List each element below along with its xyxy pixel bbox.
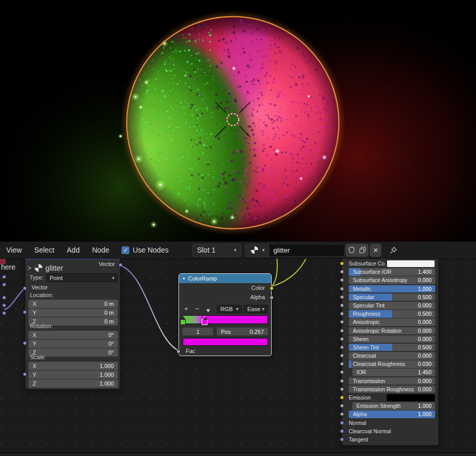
remove-stop-button[interactable]: − [195, 305, 199, 313]
colorramp-fac-input-socket[interactable] [176, 349, 181, 354]
anisotropic-input-socket[interactable] [340, 320, 344, 324]
anisotropic-rotation-slider[interactable]: Anisotropic Rotation0.000 [349, 327, 435, 335]
ramp-stop-0[interactable] [180, 319, 186, 325]
clearcoat-roughness-slider[interactable]: Clearcoat Roughness0.030 [349, 360, 435, 368]
interpolation-dropdown[interactable]: Ease ▾ [244, 305, 268, 313]
anisotropic-rotation-input-socket[interactable] [340, 329, 344, 333]
ior-input-socket[interactable] [340, 370, 344, 374]
emission-input-socket[interactable] [340, 395, 344, 400]
collapse-chevron-icon[interactable]: ▾ [183, 276, 185, 281]
clearcoat-normal-input-socket[interactable] [340, 429, 344, 433]
mapping-location-x-field[interactable]: X0 m [28, 300, 118, 308]
pin-button[interactable] [388, 244, 399, 257]
mapping-rotation-x-field[interactable]: X0° [28, 331, 118, 339]
principled-bsdf-node[interactable]: Subsurface Co...Subsurface IOR1.400Subsu… [341, 259, 439, 446]
ior-slider[interactable]: IOR1.450 [352, 369, 435, 376]
mapping-scale-input-socket[interactable] [23, 372, 27, 376]
sheen-slider[interactable]: Sheen0.000 [349, 335, 435, 343]
clearcoat-slider[interactable]: Clearcoat0.000 [349, 352, 435, 360]
color-ramp-gradient-bar[interactable] [183, 315, 268, 324]
unlink-material-button[interactable]: ✕ [370, 244, 381, 257]
slider-value: 0.000 [418, 277, 432, 283]
alpha-input-socket[interactable] [340, 412, 344, 416]
ramp-stop-1[interactable] [202, 319, 207, 325]
roughness-slider[interactable]: Roughness0.500 [349, 310, 435, 318]
clearcoat-roughness-input-socket[interactable] [340, 362, 344, 366]
subsurface-ior-input-socket[interactable] [340, 270, 344, 274]
transmission-slider[interactable]: Transmission0.000 [349, 377, 435, 385]
mapping-scale-x-field[interactable]: X1.000 [28, 362, 118, 370]
sheen-input-socket[interactable] [340, 337, 344, 341]
material-browser-button[interactable]: ▾ [245, 244, 270, 257]
alpha-slider[interactable]: Alpha1.000 [349, 410, 435, 418]
axis-label: Y [33, 310, 36, 316]
texcoord-output-socket[interactable] [2, 275, 6, 279]
viewport-3d[interactable] [0, 0, 476, 241]
metallic-slider[interactable]: Metallic1.000 [349, 285, 435, 293]
mapping-location-input-socket[interactable] [23, 310, 27, 314]
stop-index-value: 1 [196, 329, 199, 335]
tangent-input-socket[interactable] [340, 437, 344, 442]
mapping-scale-y-field[interactable]: Y1.000 [28, 371, 118, 379]
active-stop-color-swatch[interactable] [183, 338, 268, 346]
mapping-vector-output-socket[interactable] [118, 263, 123, 267]
color-mode-dropdown[interactable]: RGB ▾ [217, 305, 242, 313]
stop-position-slider[interactable]: Pos 0.257 [217, 328, 268, 335]
mapping-node[interactable]: Vector Type: Point ▾ Vector Location:X0 … [25, 259, 121, 390]
subsurface-anisotropy-input-socket[interactable] [340, 278, 344, 282]
menu-select[interactable]: Select [28, 246, 61, 254]
emission-color-swatch[interactable] [386, 394, 435, 402]
chevron-down-icon: ▾ [234, 247, 236, 253]
sheen-tint-slider[interactable]: Sheen Tint0.500 [349, 344, 435, 351]
new-material-copy-button[interactable] [357, 244, 368, 257]
colorramp-alpha-output-socket[interactable] [270, 296, 274, 300]
roughness-input-socket[interactable] [340, 312, 344, 316]
material-slot-dropdown[interactable]: Slot 1 ▾ [192, 244, 241, 257]
emission-strength-input-socket[interactable] [340, 404, 344, 408]
texcoord-output-socket[interactable] [2, 303, 6, 307]
subsurface-ior-slider[interactable]: Subsurface IOR1.400 [349, 268, 435, 276]
sheen-tint-input-socket[interactable] [340, 345, 344, 349]
mapping-node-header[interactable] [25, 259, 120, 259]
use-nodes-checkbox[interactable]: ✓ [122, 246, 129, 254]
material-name-field[interactable] [269, 244, 345, 257]
specular-tint-input-socket[interactable] [340, 303, 344, 307]
mapping-vector-input-socket[interactable] [23, 286, 27, 290]
texcoord-output-socket[interactable] [2, 283, 6, 287]
colorramp-node[interactable]: ▾ ColorRamp Color Alpha + − ▾ RGB ▾ Ease… [178, 273, 272, 356]
subsurface-co-input-socket[interactable] [340, 261, 344, 266]
emission-strength-slider[interactable]: Emission Strength1.000 [352, 402, 435, 410]
subsurface-anisotropy-slider[interactable]: Subsurface Anisotropy0.000 [349, 276, 435, 284]
normal-input-socket[interactable] [340, 421, 344, 425]
specular-tint-slider[interactable]: Specular Tint0.000 [349, 302, 435, 310]
anisotropic-slider[interactable]: Anisotropic0.000 [349, 318, 435, 326]
mapping-rotation-input-socket[interactable] [23, 341, 27, 345]
transmission-roughness-input-socket[interactable] [340, 387, 344, 391]
menu-view[interactable]: View [0, 246, 28, 254]
shader-node-editor[interactable]: here > glitter Vector Type: Point ▾ Vect… [0, 259, 476, 452]
metallic-input-socket[interactable] [340, 287, 344, 291]
clearcoat-input-socket[interactable] [340, 354, 344, 358]
add-stop-button[interactable]: + [184, 305, 188, 313]
menu-add[interactable]: Add [61, 246, 86, 254]
mapping-scale-z-field[interactable]: Z1.000 [28, 379, 118, 388]
ramp-tools-dropdown[interactable]: ▾ [206, 306, 210, 314]
mapping-type-dropdown[interactable]: Point ▾ [46, 273, 118, 282]
active-stop-index-field[interactable]: 1 [183, 328, 213, 335]
colorramp-node-header[interactable]: ▾ ColorRamp [179, 274, 271, 283]
area-divider[interactable] [0, 452, 476, 456]
texcoord-output-socket[interactable] [2, 296, 6, 300]
axis-value: 0° [108, 332, 114, 338]
colorramp-color-output-socket[interactable] [270, 286, 274, 290]
specular-slider[interactable]: Specular0.500 [349, 293, 435, 301]
menu-node[interactable]: Node [86, 246, 115, 254]
transmission-roughness-slider[interactable]: Transmission Roughness0.000 [349, 386, 435, 393]
mapping-rotation-y-field[interactable]: Y0° [28, 340, 118, 348]
transmission-input-socket[interactable] [340, 379, 344, 383]
fake-user-shield-button[interactable] [346, 244, 357, 257]
mapping-location-y-field[interactable]: Y0 m [28, 308, 118, 317]
subsurface-co-color-swatch[interactable] [386, 260, 435, 268]
specular-input-socket[interactable] [340, 295, 344, 299]
texcoord-output-socket[interactable] [2, 311, 6, 315]
axis-label: X [33, 301, 36, 307]
